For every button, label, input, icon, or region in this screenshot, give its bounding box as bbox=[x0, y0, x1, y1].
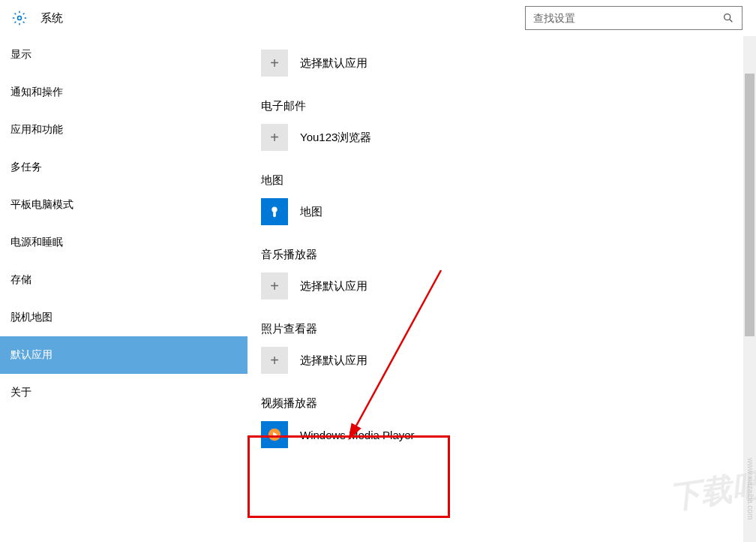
gear-icon[interactable] bbox=[12, 11, 27, 26]
maps-icon bbox=[261, 198, 288, 225]
section-title-email: 电子邮件 bbox=[261, 99, 748, 113]
app-label: Windows Media Player bbox=[300, 429, 415, 441]
app-row-photos[interactable]: + 选择默认应用 bbox=[261, 347, 748, 374]
search-input[interactable] bbox=[533, 12, 722, 24]
sidebar-item-0[interactable]: 显示 bbox=[0, 36, 248, 74]
sidebar-item-5[interactable]: 电源和睡眠 bbox=[0, 224, 248, 261]
app-row-default-top[interactable]: + 选择默认应用 bbox=[261, 50, 748, 77]
section-maps: 地图 地图 bbox=[261, 173, 748, 225]
page-title: 系统 bbox=[40, 11, 63, 26]
svg-line-2 bbox=[730, 20, 732, 22]
svg-point-1 bbox=[724, 14, 730, 20]
section-video: 视频播放器 Windows Media Player bbox=[261, 396, 748, 448]
app-label: 选择默认应用 bbox=[300, 354, 368, 368]
scrollbar-thumb[interactable] bbox=[745, 74, 754, 336]
sidebar-item-8[interactable]: 默认应用 bbox=[0, 336, 248, 374]
section-top: + 选择默认应用 bbox=[261, 50, 748, 77]
scrollbar-track[interactable] bbox=[743, 36, 756, 542]
app-row-video[interactable]: Windows Media Player bbox=[261, 421, 748, 448]
section-title-video: 视频播放器 bbox=[261, 396, 748, 411]
sidebar-item-3[interactable]: 多任务 bbox=[0, 149, 248, 186]
plus-icon: + bbox=[261, 50, 288, 77]
svg-point-3 bbox=[272, 207, 277, 212]
plus-icon: + bbox=[261, 347, 288, 374]
section-title-music: 音乐播放器 bbox=[261, 248, 748, 262]
sidebar: 显示通知和操作应用和功能多任务平板电脑模式电源和睡眠存储脱机地图默认应用关于 bbox=[0, 36, 248, 542]
sidebar-item-7[interactable]: 脱机地图 bbox=[0, 299, 248, 336]
app-label: 选择默认应用 bbox=[300, 56, 368, 71]
wmp-icon bbox=[261, 421, 288, 448]
app-row-email[interactable]: + You123浏览器 bbox=[261, 124, 748, 151]
app-row-maps[interactable]: 地图 bbox=[261, 198, 748, 225]
header: 系统 bbox=[0, 0, 756, 36]
sidebar-item-2[interactable]: 应用和功能 bbox=[0, 111, 248, 149]
sidebar-item-1[interactable]: 通知和操作 bbox=[0, 74, 248, 111]
app-label: 选择默认应用 bbox=[300, 279, 368, 294]
layout: 显示通知和操作应用和功能多任务平板电脑模式电源和睡眠存储脱机地图默认应用关于 +… bbox=[0, 36, 756, 542]
plus-icon: + bbox=[261, 273, 288, 300]
sidebar-item-4[interactable]: 平板电脑模式 bbox=[0, 186, 248, 224]
content: + 选择默认应用 电子邮件 + You123浏览器 地图 地图 bbox=[248, 36, 756, 542]
section-music: 音乐播放器 + 选择默认应用 bbox=[261, 248, 748, 300]
app-label: 地图 bbox=[300, 205, 322, 219]
section-title-photos: 照片查看器 bbox=[261, 322, 748, 336]
header-left: 系统 bbox=[8, 11, 63, 26]
sidebar-item-9[interactable]: 关于 bbox=[0, 374, 248, 411]
search-box[interactable] bbox=[525, 6, 742, 30]
app-row-music[interactable]: + 选择默认应用 bbox=[261, 273, 748, 300]
section-photos: 照片查看器 + 选择默认应用 bbox=[261, 322, 748, 374]
sidebar-item-6[interactable]: 存储 bbox=[0, 261, 248, 299]
plus-icon: + bbox=[261, 124, 288, 151]
search-icon bbox=[722, 12, 734, 24]
svg-point-0 bbox=[18, 17, 22, 20]
svg-rect-4 bbox=[273, 212, 276, 217]
section-title-maps: 地图 bbox=[261, 173, 748, 188]
section-email: 电子邮件 + You123浏览器 bbox=[261, 99, 748, 151]
app-label: You123浏览器 bbox=[300, 131, 371, 145]
